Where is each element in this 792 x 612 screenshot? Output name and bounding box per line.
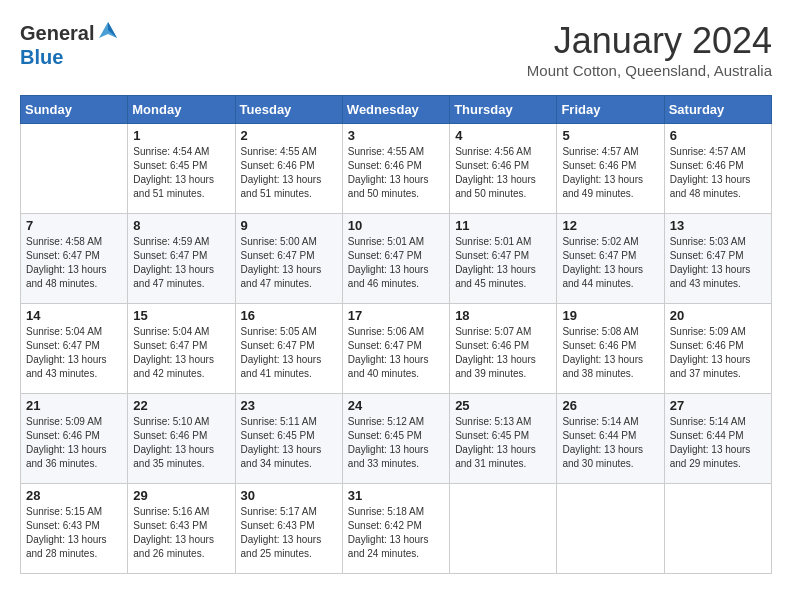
day-info: Sunrise: 5:01 AMSunset: 6:47 PMDaylight:… — [348, 235, 444, 291]
sunrise-text: Sunrise: 5:17 AM — [241, 505, 337, 519]
day-info: Sunrise: 4:55 AMSunset: 6:46 PMDaylight:… — [348, 145, 444, 201]
daylight-text: Daylight: 13 hours — [241, 263, 337, 277]
daylight-text: Daylight: 13 hours — [455, 353, 551, 367]
day-cell-16: 16Sunrise: 5:05 AMSunset: 6:47 PMDayligh… — [235, 304, 342, 394]
sunset-text: Sunset: 6:46 PM — [670, 339, 766, 353]
daylight-text: Daylight: 13 hours — [670, 173, 766, 187]
week-row-1: 1Sunrise: 4:54 AMSunset: 6:45 PMDaylight… — [21, 124, 772, 214]
weekday-header-row: SundayMondayTuesdayWednesdayThursdayFrid… — [21, 96, 772, 124]
sunset-text: Sunset: 6:47 PM — [455, 249, 551, 263]
day-cell-8: 8Sunrise: 4:59 AMSunset: 6:47 PMDaylight… — [128, 214, 235, 304]
sunset-text: Sunset: 6:46 PM — [562, 159, 658, 173]
day-number: 11 — [455, 218, 551, 233]
day-number: 30 — [241, 488, 337, 503]
daylight-text-2: and 26 minutes. — [133, 547, 229, 561]
daylight-text-2: and 51 minutes. — [133, 187, 229, 201]
weekday-header-friday: Friday — [557, 96, 664, 124]
day-number: 3 — [348, 128, 444, 143]
day-number: 31 — [348, 488, 444, 503]
day-number: 14 — [26, 308, 122, 323]
day-info: Sunrise: 4:57 AMSunset: 6:46 PMDaylight:… — [562, 145, 658, 201]
week-row-5: 28Sunrise: 5:15 AMSunset: 6:43 PMDayligh… — [21, 484, 772, 574]
day-info: Sunrise: 5:18 AMSunset: 6:42 PMDaylight:… — [348, 505, 444, 561]
daylight-text: Daylight: 13 hours — [348, 173, 444, 187]
daylight-text-2: and 38 minutes. — [562, 367, 658, 381]
day-cell-29: 29Sunrise: 5:16 AMSunset: 6:43 PMDayligh… — [128, 484, 235, 574]
daylight-text: Daylight: 13 hours — [133, 263, 229, 277]
day-info: Sunrise: 5:09 AMSunset: 6:46 PMDaylight:… — [670, 325, 766, 381]
day-cell-12: 12Sunrise: 5:02 AMSunset: 6:47 PMDayligh… — [557, 214, 664, 304]
sunrise-text: Sunrise: 5:00 AM — [241, 235, 337, 249]
day-cell-22: 22Sunrise: 5:10 AMSunset: 6:46 PMDayligh… — [128, 394, 235, 484]
sunrise-text: Sunrise: 5:16 AM — [133, 505, 229, 519]
day-info: Sunrise: 5:06 AMSunset: 6:47 PMDaylight:… — [348, 325, 444, 381]
daylight-text-2: and 25 minutes. — [241, 547, 337, 561]
sunrise-text: Sunrise: 5:01 AM — [455, 235, 551, 249]
sunset-text: Sunset: 6:46 PM — [562, 339, 658, 353]
sunset-text: Sunset: 6:43 PM — [133, 519, 229, 533]
daylight-text-2: and 47 minutes. — [133, 277, 229, 291]
daylight-text: Daylight: 13 hours — [26, 443, 122, 457]
daylight-text: Daylight: 13 hours — [133, 353, 229, 367]
sunrise-text: Sunrise: 5:08 AM — [562, 325, 658, 339]
day-cell-18: 18Sunrise: 5:07 AMSunset: 6:46 PMDayligh… — [450, 304, 557, 394]
day-number: 17 — [348, 308, 444, 323]
month-year: January 2024 — [527, 20, 772, 62]
sunrise-text: Sunrise: 5:06 AM — [348, 325, 444, 339]
day-cell-1: 1Sunrise: 4:54 AMSunset: 6:45 PMDaylight… — [128, 124, 235, 214]
day-cell-25: 25Sunrise: 5:13 AMSunset: 6:45 PMDayligh… — [450, 394, 557, 484]
empty-cell — [664, 484, 771, 574]
day-info: Sunrise: 5:08 AMSunset: 6:46 PMDaylight:… — [562, 325, 658, 381]
day-cell-5: 5Sunrise: 4:57 AMSunset: 6:46 PMDaylight… — [557, 124, 664, 214]
day-info: Sunrise: 5:15 AMSunset: 6:43 PMDaylight:… — [26, 505, 122, 561]
daylight-text: Daylight: 13 hours — [26, 263, 122, 277]
daylight-text: Daylight: 13 hours — [348, 533, 444, 547]
daylight-text-2: and 50 minutes. — [455, 187, 551, 201]
weekday-header-tuesday: Tuesday — [235, 96, 342, 124]
day-number: 9 — [241, 218, 337, 233]
sunrise-text: Sunrise: 4:56 AM — [455, 145, 551, 159]
daylight-text: Daylight: 13 hours — [562, 173, 658, 187]
week-row-3: 14Sunrise: 5:04 AMSunset: 6:47 PMDayligh… — [21, 304, 772, 394]
daylight-text: Daylight: 13 hours — [26, 533, 122, 547]
day-cell-28: 28Sunrise: 5:15 AMSunset: 6:43 PMDayligh… — [21, 484, 128, 574]
sunrise-text: Sunrise: 5:18 AM — [348, 505, 444, 519]
daylight-text: Daylight: 13 hours — [670, 443, 766, 457]
weekday-header-thursday: Thursday — [450, 96, 557, 124]
day-info: Sunrise: 5:11 AMSunset: 6:45 PMDaylight:… — [241, 415, 337, 471]
empty-cell — [450, 484, 557, 574]
day-cell-6: 6Sunrise: 4:57 AMSunset: 6:46 PMDaylight… — [664, 124, 771, 214]
sunset-text: Sunset: 6:45 PM — [455, 429, 551, 443]
sunset-text: Sunset: 6:47 PM — [133, 339, 229, 353]
sunrise-text: Sunrise: 5:14 AM — [562, 415, 658, 429]
sunset-text: Sunset: 6:45 PM — [241, 429, 337, 443]
day-info: Sunrise: 5:07 AMSunset: 6:46 PMDaylight:… — [455, 325, 551, 381]
sunrise-text: Sunrise: 4:55 AM — [348, 145, 444, 159]
sunset-text: Sunset: 6:46 PM — [455, 159, 551, 173]
sunset-text: Sunset: 6:47 PM — [241, 339, 337, 353]
title-area: January 2024 Mount Cotton, Queensland, A… — [527, 20, 772, 79]
day-info: Sunrise: 4:56 AMSunset: 6:46 PMDaylight:… — [455, 145, 551, 201]
day-info: Sunrise: 5:17 AMSunset: 6:43 PMDaylight:… — [241, 505, 337, 561]
sunrise-text: Sunrise: 5:09 AM — [26, 415, 122, 429]
daylight-text-2: and 29 minutes. — [670, 457, 766, 471]
logo-blue: Blue — [20, 46, 63, 68]
daylight-text-2: and 35 minutes. — [133, 457, 229, 471]
sunset-text: Sunset: 6:47 PM — [26, 249, 122, 263]
day-number: 12 — [562, 218, 658, 233]
day-cell-23: 23Sunrise: 5:11 AMSunset: 6:45 PMDayligh… — [235, 394, 342, 484]
day-info: Sunrise: 4:54 AMSunset: 6:45 PMDaylight:… — [133, 145, 229, 201]
day-info: Sunrise: 5:14 AMSunset: 6:44 PMDaylight:… — [562, 415, 658, 471]
day-number: 13 — [670, 218, 766, 233]
sunrise-text: Sunrise: 5:01 AM — [348, 235, 444, 249]
sunrise-text: Sunrise: 5:03 AM — [670, 235, 766, 249]
day-cell-11: 11Sunrise: 5:01 AMSunset: 6:47 PMDayligh… — [450, 214, 557, 304]
sunrise-text: Sunrise: 5:04 AM — [26, 325, 122, 339]
daylight-text-2: and 50 minutes. — [348, 187, 444, 201]
sunrise-text: Sunrise: 5:02 AM — [562, 235, 658, 249]
day-number: 24 — [348, 398, 444, 413]
daylight-text-2: and 39 minutes. — [455, 367, 551, 381]
sunset-text: Sunset: 6:46 PM — [670, 159, 766, 173]
sunset-text: Sunset: 6:46 PM — [26, 429, 122, 443]
sunrise-text: Sunrise: 5:10 AM — [133, 415, 229, 429]
